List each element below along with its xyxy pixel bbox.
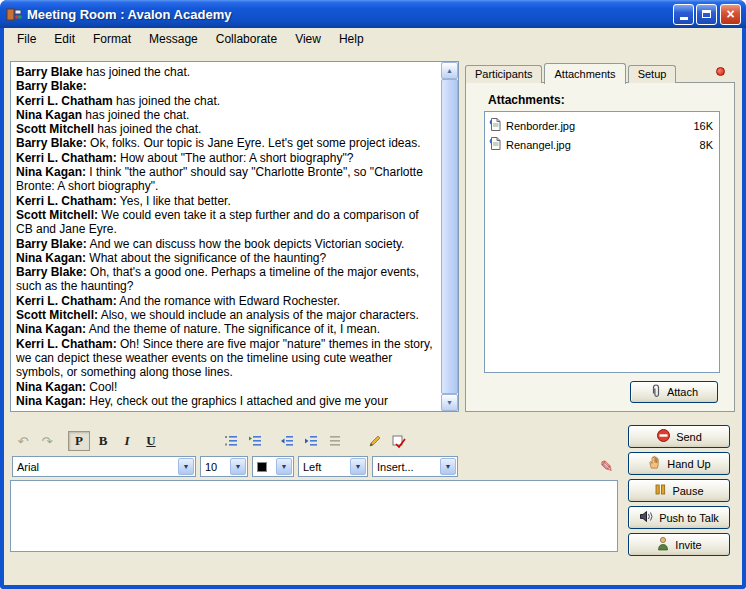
hand-up-button-label: Hand Up: [667, 458, 710, 470]
attachment-item[interactable]: Renangel.jpg 8K: [487, 135, 717, 154]
menu-collaborate[interactable]: Collaborate: [207, 30, 286, 48]
chat-text: How about "The author: A short biography…: [117, 151, 354, 165]
paragraph-style-button[interactable]: P: [68, 431, 90, 451]
chat-message: Barry Blake: And we can discuss how the …: [16, 237, 437, 251]
pause-icon: [654, 483, 667, 498]
chat-message: Nina Kagan: Hey, check out the graphics …: [16, 394, 437, 409]
undo-icon[interactable]: ↶: [12, 431, 34, 451]
maximize-button[interactable]: [696, 4, 717, 25]
send-button[interactable]: Send: [628, 425, 730, 448]
font-color-select[interactable]: ▼: [252, 456, 294, 477]
alignment-value: Left: [299, 461, 349, 473]
insert-select[interactable]: Insert... ▼: [372, 456, 458, 477]
chat-messages: Barry Blake has joined the chat. Barry B…: [16, 65, 437, 409]
message-input[interactable]: [10, 480, 618, 552]
menu-file[interactable]: File: [8, 30, 45, 48]
chat-text: has joined the chat.: [83, 65, 190, 79]
text-direction-icon[interactable]: [324, 431, 346, 451]
chat-message: Barry Blake: Ok, folks. Our topic is Jan…: [16, 136, 437, 150]
tab-participants[interactable]: Participants: [465, 65, 542, 83]
menu-help[interactable]: Help: [330, 30, 373, 48]
file-name: Renborder.jpg: [506, 120, 575, 132]
close-button[interactable]: ×: [720, 4, 741, 25]
format-toolbar: ↶ ↷ P B I U: [12, 430, 410, 452]
window: Meeting Room : Avalon Academy × File Edi…: [0, 0, 746, 589]
chat-text: And the romance with Edward Rochester.: [117, 294, 340, 308]
attach-button[interactable]: Attach: [630, 381, 718, 403]
underline-button[interactable]: U: [140, 431, 162, 451]
chat-message: Nina Kagan: And the theme of nature. The…: [16, 322, 437, 336]
edit-pencil-icon[interactable]: ✎: [600, 457, 613, 476]
format-controls: Arial ▼ 10 ▼ ▼ Left ▼ Insert... ▼: [12, 456, 462, 477]
hand-up-button[interactable]: Hand Up: [628, 452, 730, 475]
chat-author: Nina Kagan:: [16, 322, 86, 336]
chat-message: Kerri L. Chatham has joined the chat.: [16, 94, 437, 108]
scrollbar-thumb[interactable]: [441, 79, 458, 394]
insert-signature-icon[interactable]: [364, 431, 386, 451]
chat-message: Scott Mitchell: We could even take it a …: [16, 208, 437, 237]
chat-author: Kerri L. Chatham:: [16, 194, 117, 208]
chat-author: Nina Kagan:: [16, 251, 86, 265]
menu-message[interactable]: Message: [140, 30, 207, 48]
chat-author: Kerri L. Chatham:: [16, 337, 117, 351]
chat-message: Kerri L. Chatham: Yes, I like that bette…: [16, 194, 437, 208]
attachment-item[interactable]: Renborder.jpg 16K: [487, 116, 717, 135]
client-area: File Edit Format Message Collaborate Vie…: [4, 28, 742, 585]
chat-text: Ok, folks. Our topic is Jane Eyre. Let's…: [87, 136, 421, 150]
scroll-down-icon[interactable]: ▼: [441, 394, 458, 411]
chevron-down-icon: ▼: [350, 458, 366, 475]
invite-button[interactable]: Invite: [628, 533, 730, 556]
window-title: Meeting Room : Avalon Academy: [27, 7, 673, 22]
chat-history[interactable]: Barry Blake has joined the chat. Barry B…: [10, 61, 459, 412]
chat-text: Yes, I like that better.: [117, 194, 231, 208]
person-icon: [656, 536, 670, 553]
minimize-button[interactable]: [673, 4, 694, 25]
font-family-select[interactable]: Arial ▼: [12, 456, 196, 477]
scroll-up-icon[interactable]: ▲: [441, 62, 458, 79]
redo-icon[interactable]: ↷: [36, 431, 58, 451]
push-to-talk-button-label: Push to Talk: [659, 512, 719, 524]
chat-author: Barry Blake:: [16, 79, 87, 93]
indent-icon[interactable]: [300, 431, 322, 451]
file-name: Renangel.jpg: [506, 139, 571, 151]
chat-text: And the theme of nature. The significanc…: [86, 322, 380, 336]
chevron-down-icon: ▼: [440, 458, 456, 475]
chat-author: Barry Blake: [16, 65, 83, 79]
panel-tabs: Participants Attachments Setup: [465, 63, 678, 83]
spellcheck-icon[interactable]: [388, 431, 410, 451]
menu-view[interactable]: View: [286, 30, 330, 48]
attachments-label: Attachments:: [488, 93, 565, 107]
file-size: 16K: [693, 120, 713, 132]
tab-setup[interactable]: Setup: [628, 65, 677, 83]
bullet-list-icon[interactable]: [244, 431, 266, 451]
attachments-list[interactable]: Renborder.jpg 16K Renangel.jpg 8K: [484, 111, 720, 373]
speaker-icon: [639, 509, 654, 526]
chat-text: Cool!: [86, 380, 117, 394]
alignment-select[interactable]: Left ▼: [298, 456, 368, 477]
menu-edit[interactable]: Edit: [45, 30, 84, 48]
italic-button[interactable]: I: [116, 431, 138, 451]
chat-author: Scott Mitchell:: [16, 208, 98, 222]
chat-author: Scott Mitchell: [16, 122, 94, 136]
chat-message: Nina Kagan: I think "the author" should …: [16, 165, 437, 194]
window-icon: [6, 6, 22, 22]
push-to-talk-button[interactable]: Push to Talk: [628, 506, 730, 529]
chat-message: Barry Blake:: [16, 79, 437, 93]
chat-text: has joined the chat.: [113, 94, 220, 108]
tab-attachments[interactable]: Attachments: [544, 63, 625, 84]
menu-format[interactable]: Format: [84, 30, 140, 48]
pause-button[interactable]: Pause: [628, 479, 730, 502]
chat-message: Kerri L. Chatham: And the romance with E…: [16, 294, 437, 308]
numbered-list-icon[interactable]: [220, 431, 242, 451]
title-bar[interactable]: Meeting Room : Avalon Academy ×: [0, 0, 746, 28]
send-button-label: Send: [676, 431, 702, 443]
chat-author: Nina Kagan:: [16, 394, 86, 408]
outdent-icon[interactable]: [276, 431, 298, 451]
bold-button[interactable]: B: [92, 431, 114, 451]
chat-author: Scott Mitchell:: [16, 308, 98, 322]
font-size-select[interactable]: 10 ▼: [200, 456, 248, 477]
chevron-down-icon: ▼: [178, 458, 194, 475]
chat-author: Kerri L. Chatham: [16, 94, 113, 108]
pause-button-label: Pause: [672, 485, 703, 497]
chat-scrollbar[interactable]: ▲ ▼: [441, 62, 458, 411]
